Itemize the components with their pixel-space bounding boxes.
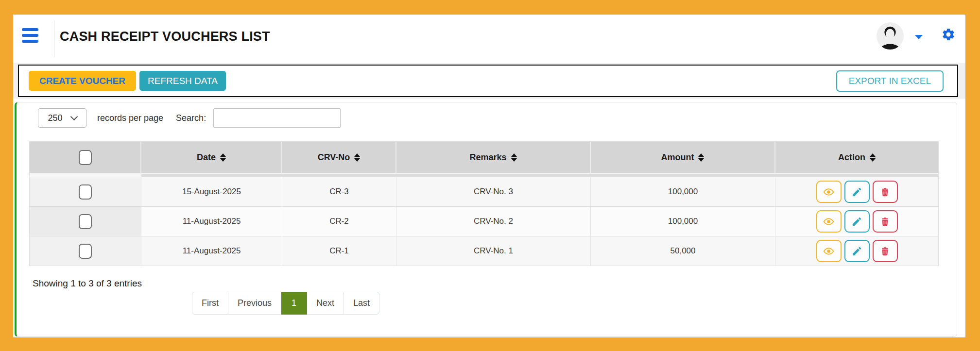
sort-icon: [354, 153, 360, 162]
create-voucher-button[interactable]: CREATE VOUCHER: [29, 71, 136, 91]
trash-icon: [879, 216, 891, 227]
pagination-first-button[interactable]: First: [192, 292, 228, 315]
table-scroll-sliver: [30, 173, 938, 177]
pencil-icon: [851, 186, 862, 198]
cell-remarks: CRV-No. 1: [396, 236, 591, 266]
row-checkbox-cell: [30, 206, 141, 236]
row-checkbox[interactable]: [79, 184, 92, 200]
top-header: CASH RECEIPT VOUCHERS LIST: [13, 15, 965, 63]
content-area: CASH RECEIPT VOUCHERS LIST: [13, 15, 965, 337]
edit-button[interactable]: [844, 240, 870, 262]
table-controls: 250 records per page Search:: [38, 108, 341, 128]
page-size-select[interactable]: 250: [38, 108, 86, 128]
cell-crv-no: CR-3: [282, 177, 396, 206]
table-body: 15-August-2025CR-3CRV-No. 3100,00011-Aug…: [30, 177, 938, 266]
records-per-page-label: records per page: [97, 113, 163, 123]
page-title: CASH RECEIPT VOUCHERS LIST: [60, 29, 270, 44]
trash-icon: [879, 186, 891, 198]
cell-amount: 100,000: [591, 206, 775, 236]
pagination-previous-button[interactable]: Previous: [228, 292, 281, 315]
user-avatar-icon[interactable]: [876, 22, 904, 50]
view-button[interactable]: [816, 210, 842, 233]
export-excel-button[interactable]: EXPORT IN EXCEL: [836, 70, 944, 92]
cell-remarks: CRV-No. 3: [396, 177, 591, 206]
sort-icon: [698, 153, 704, 162]
vouchers-table: DateCRV-NoRemarksAmountAction 15-August-…: [29, 141, 939, 266]
sort-icon: [870, 153, 876, 162]
table-row: 11-August-2025CR-2CRV-No. 2100,000: [30, 206, 938, 236]
sliver-cell: [775, 173, 938, 177]
sort-icon: [220, 153, 226, 162]
row-actions: [816, 240, 898, 262]
column-header-label: Action: [838, 152, 865, 163]
column-header-remarks[interactable]: Remarks: [396, 142, 591, 173]
select-all-checkbox[interactable]: [79, 150, 92, 165]
cell-crv-no: CR-2: [282, 206, 396, 236]
table-row: 11-August-2025CR-1CRV-No. 150,000: [30, 236, 938, 266]
search-input[interactable]: [213, 108, 341, 128]
cell-action: [775, 206, 938, 236]
pagination-current-page[interactable]: 1: [281, 292, 307, 315]
table-row: 15-August-2025CR-3CRV-No. 3100,000: [30, 177, 938, 206]
cell-remarks: CRV-No. 2: [396, 206, 591, 236]
select-all-header-cell: [30, 142, 141, 173]
toolbar: CREATE VOUCHER REFRESH DATA EXPORT IN EX…: [18, 65, 958, 97]
header-divider: [54, 20, 54, 57]
sliver-cell: [282, 173, 396, 177]
cell-crv-no: CR-1: [282, 236, 396, 266]
pencil-icon: [851, 246, 862, 257]
gear-icon[interactable]: [941, 27, 956, 42]
app-window: CASH RECEIPT VOUCHERS LIST: [0, 0, 980, 351]
row-actions: [816, 181, 898, 203]
pagination: First Previous 1 Next Last: [192, 292, 379, 315]
cell-date: 15-August-2025: [141, 177, 282, 206]
page-size-value: 250: [48, 113, 62, 123]
column-header-crv-no[interactable]: CRV-No: [282, 142, 396, 173]
chevron-down-icon[interactable]: [915, 35, 923, 39]
delete-button[interactable]: [873, 240, 898, 262]
column-header-label: Remarks: [469, 152, 506, 163]
delete-button[interactable]: [873, 181, 898, 203]
vouchers-card: 250 records per page Search: DateCRV-NoR…: [15, 102, 957, 337]
cell-amount: 50,000: [591, 236, 775, 266]
delete-button[interactable]: [873, 210, 898, 233]
row-checkbox[interactable]: [79, 214, 92, 229]
row-actions: [816, 210, 898, 233]
sliver-cell: [30, 173, 141, 177]
eye-icon: [822, 186, 835, 198]
cell-amount: 100,000: [591, 177, 775, 206]
select-chevron-icon: [70, 113, 78, 121]
cell-action: [775, 177, 938, 206]
column-header-action[interactable]: Action: [775, 142, 938, 173]
view-button[interactable]: [816, 181, 842, 203]
trash-icon: [879, 246, 891, 257]
cell-date: 11-August-2025: [141, 206, 282, 236]
edit-button[interactable]: [844, 210, 870, 233]
eye-icon: [822, 216, 835, 227]
table-header-row: DateCRV-NoRemarksAmountAction: [30, 142, 938, 173]
row-checkbox-cell: [30, 236, 141, 266]
column-header-label: Date: [197, 152, 216, 163]
hamburger-menu-icon[interactable]: [22, 28, 38, 43]
cell-date: 11-August-2025: [141, 236, 282, 266]
sort-icon: [511, 153, 517, 162]
edit-button[interactable]: [844, 181, 870, 203]
row-checkbox-cell: [30, 177, 141, 206]
column-header-label: Amount: [661, 152, 694, 163]
sliver-cell: [396, 173, 591, 177]
search-label: Search:: [176, 113, 206, 123]
column-header-label: CRV-No: [318, 152, 350, 163]
column-header-date[interactable]: Date: [141, 142, 282, 173]
toolbar-band: CREATE VOUCHER REFRESH DATA EXPORT IN EX…: [13, 63, 965, 99]
view-button[interactable]: [816, 240, 842, 262]
column-header-amount[interactable]: Amount: [591, 142, 775, 173]
row-checkbox[interactable]: [79, 244, 92, 259]
cell-action: [775, 236, 938, 266]
pagination-next-button[interactable]: Next: [307, 292, 344, 315]
pagination-last-button[interactable]: Last: [344, 292, 379, 315]
showing-entries-text: Showing 1 to 3 of 3 entries: [33, 278, 142, 289]
pencil-icon: [851, 216, 862, 227]
sliver-cell: [591, 173, 775, 177]
eye-icon: [822, 246, 835, 257]
refresh-data-button[interactable]: REFRESH DATA: [139, 71, 226, 91]
